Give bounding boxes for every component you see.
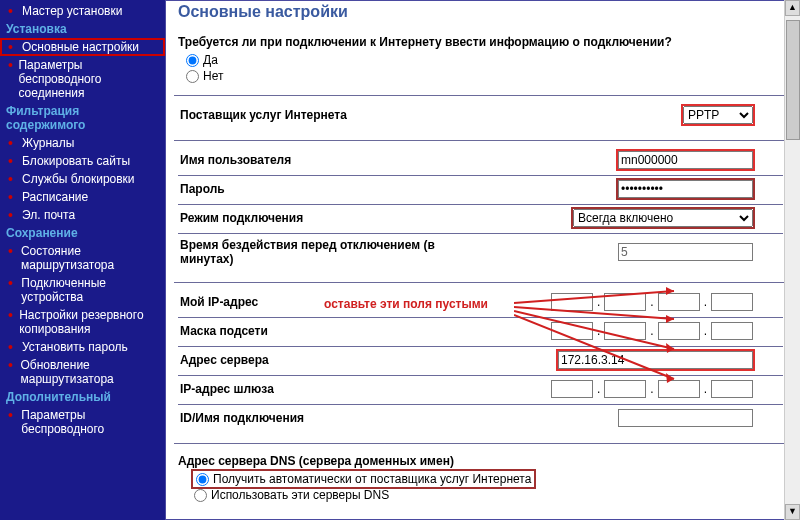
dot-icon: .: [650, 382, 653, 396]
radio-yes[interactable]: [186, 54, 199, 67]
password-label: Пароль: [178, 182, 478, 196]
radio-row-yes[interactable]: Да: [186, 53, 783, 67]
vertical-scrollbar[interactable]: ▲ ▼: [784, 0, 800, 520]
myip-octet-2[interactable]: [604, 293, 646, 311]
sidebar-heading-save: Сохранение: [0, 224, 165, 242]
sidebar-heading-install: Установка: [0, 20, 165, 38]
section-credentials: Имя пользователя Пароль Режим подключени…: [174, 141, 787, 283]
mask-octet-1[interactable]: [551, 322, 593, 340]
sidebar-item-label: Журналы: [22, 136, 74, 150]
bullet-icon: •: [8, 208, 18, 222]
dot-icon: .: [650, 324, 653, 338]
section-provider: Поставщик услуг Интернета PPTP: [174, 96, 787, 141]
sidebar-item-attached-devices[interactable]: •Подключенные устройства: [0, 274, 165, 306]
gateway-group: . . .: [551, 380, 753, 398]
sidebar-item-block-services[interactable]: •Службы блокировки: [0, 170, 165, 188]
connid-label: ID/Имя подключения: [178, 411, 478, 425]
section-ip: оставьте эти поля пустыми Мой IP-адрес .…: [174, 283, 787, 444]
sidebar-heading-advanced: Дополнительный: [0, 388, 165, 406]
sidebar-item-set-password[interactable]: •Установить пароль: [0, 338, 165, 356]
sidebar-item-label: Параметры беспроводного соединения: [18, 58, 161, 100]
sidebar-item-label: Подключенные устройства: [21, 276, 161, 304]
mode-select[interactable]: Всегда включено: [573, 209, 753, 227]
scroll-thumb[interactable]: [786, 20, 800, 140]
gateway-octet-1[interactable]: [551, 380, 593, 398]
myip-octet-1[interactable]: [551, 293, 593, 311]
radio-dns-manual[interactable]: [194, 489, 207, 502]
password-input[interactable]: [618, 180, 753, 198]
scroll-up-button[interactable]: ▲: [785, 0, 800, 16]
sidebar-item-basic-settings[interactable]: •Основные настройки: [0, 38, 165, 56]
sidebar-item-label: Эл. почта: [22, 208, 75, 222]
server-label: Адрес сервера: [178, 353, 478, 367]
sidebar-item-label: Расписание: [22, 190, 88, 204]
radio-no-label: Нет: [203, 69, 223, 83]
sidebar-item-label: Мастер установки: [22, 4, 122, 18]
hint-text: оставьте эти поля пустыми: [324, 297, 488, 311]
mode-label: Режим подключения: [178, 211, 478, 225]
bullet-icon: •: [8, 190, 18, 204]
mask-label: Маска подсети: [178, 324, 478, 338]
mask-octet-4[interactable]: [711, 322, 753, 340]
bullet-icon: •: [8, 40, 18, 54]
radio-row-dns-auto[interactable]: Получить автоматически от поставщика усл…: [194, 472, 533, 486]
gateway-octet-2[interactable]: [604, 380, 646, 398]
connid-input[interactable]: [618, 409, 753, 427]
gateway-octet-3[interactable]: [658, 380, 700, 398]
gateway-octet-4[interactable]: [711, 380, 753, 398]
mask-group: . . .: [551, 322, 753, 340]
sidebar-item-label: Установить пароль: [22, 340, 128, 354]
sidebar-heading-filter: Фильтрация содержимого: [0, 102, 165, 134]
provider-select[interactable]: PPTP: [683, 106, 753, 124]
dot-icon: .: [597, 382, 600, 396]
sidebar-item-logs[interactable]: •Журналы: [0, 134, 165, 152]
radio-dns-manual-label: Использовать эти серверы DNS: [211, 488, 389, 502]
sidebar-item-label: Настройки резервного копирования: [19, 308, 161, 336]
bullet-icon: •: [8, 4, 18, 18]
content-pane: Основные настройки Требуется ли при подк…: [165, 0, 800, 520]
dot-icon: .: [704, 382, 707, 396]
bullet-icon: •: [8, 244, 17, 258]
idle-label: Время бездействия перед отключением (в м…: [178, 238, 478, 266]
sidebar-item-label: Обновление маршрутизатора: [20, 358, 161, 386]
dot-icon: .: [704, 295, 707, 309]
login-required-question: Требуется ли при подключении к Интернету…: [178, 35, 783, 49]
sidebar-item-wireless-params[interactable]: •Параметры беспроводного соединения: [0, 56, 165, 102]
myip-octet-3[interactable]: [658, 293, 700, 311]
username-input[interactable]: [618, 151, 753, 169]
myip-group: . . .: [551, 293, 753, 311]
sidebar-item-backup-settings[interactable]: •Настройки резервного копирования: [0, 306, 165, 338]
radio-no[interactable]: [186, 70, 199, 83]
dot-icon: .: [597, 324, 600, 338]
mask-octet-3[interactable]: [658, 322, 700, 340]
mask-octet-2[interactable]: [604, 322, 646, 340]
dot-icon: .: [597, 295, 600, 309]
sidebar-item-schedule[interactable]: •Расписание: [0, 188, 165, 206]
sidebar-item-router-status[interactable]: •Состояние маршрутизатора: [0, 242, 165, 274]
sidebar-item-wireless-adv[interactable]: •Параметры беспроводного: [0, 406, 165, 438]
radio-row-no[interactable]: Нет: [186, 69, 783, 83]
scroll-down-button[interactable]: ▼: [785, 504, 800, 520]
bullet-icon: •: [8, 136, 18, 150]
bullet-icon: •: [8, 154, 18, 168]
myip-octet-4[interactable]: [711, 293, 753, 311]
bullet-icon: •: [8, 408, 17, 422]
radio-dns-auto-label: Получить автоматически от поставщика усл…: [213, 472, 531, 486]
server-address-input[interactable]: [558, 351, 753, 369]
radio-dns-auto[interactable]: [196, 473, 209, 486]
provider-label: Поставщик услуг Интернета: [178, 108, 478, 122]
bullet-icon: •: [8, 276, 17, 290]
sidebar-item-label: Состояние маршрутизатора: [21, 244, 161, 272]
gateway-label: IP-адрес шлюза: [178, 382, 478, 396]
radio-row-dns-manual[interactable]: Использовать эти серверы DNS: [194, 488, 783, 502]
page-title: Основные настройки: [178, 3, 787, 21]
sidebar-item-label: Параметры беспроводного: [21, 408, 161, 436]
dot-icon: .: [650, 295, 653, 309]
radio-yes-label: Да: [203, 53, 218, 67]
sidebar-item-email[interactable]: •Эл. почта: [0, 206, 165, 224]
dot-icon: .: [704, 324, 707, 338]
sidebar-item-block-sites[interactable]: •Блокировать сайты: [0, 152, 165, 170]
sidebar-item-wizard[interactable]: •Мастер установки: [0, 2, 165, 20]
sidebar-item-label: Основные настройки: [22, 40, 139, 54]
sidebar-item-router-upgrade[interactable]: •Обновление маршрутизатора: [0, 356, 165, 388]
